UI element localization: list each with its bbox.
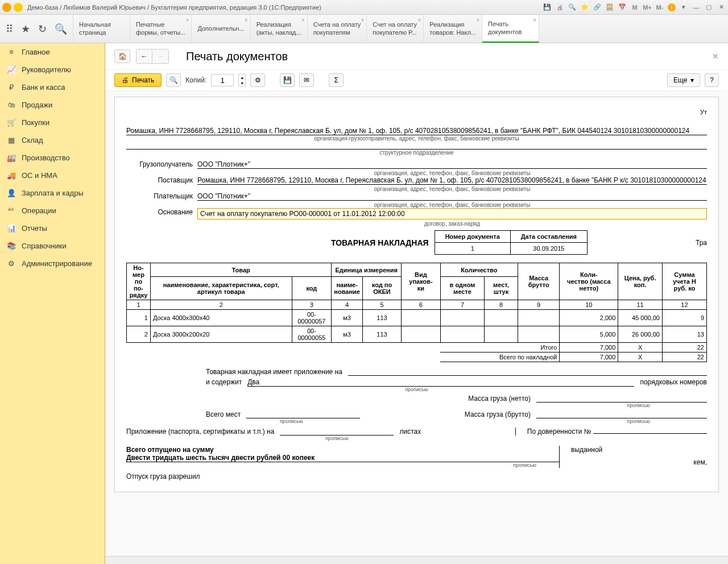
tab-7[interactable]: Печатьдокументов× (482, 15, 539, 43)
app-icon (2, 3, 11, 12)
sidebar-item-11[interactable]: 📚Справочники (0, 237, 105, 255)
help-button[interactable]: ? (705, 73, 719, 87)
tab-5[interactable]: Счет на оплатупокупателю Р...× (367, 15, 424, 43)
action-toolbar: 🖨 Печать 🔍 Копий: ▲▼ ⚙ 💾 ✉ Σ Еще ▾ ? (105, 69, 728, 91)
calc-icon[interactable]: 🧮 (605, 3, 614, 12)
close-icon[interactable]: ✕ (717, 3, 726, 12)
doc-title: ТОВАРНАЯ НАКЛАДНАЯ (331, 238, 429, 247)
th-price: Цена, руб. коп. (618, 263, 663, 300)
org-line: Ромашка, ИНН 7728668795, 129110, Москва … (126, 127, 707, 135)
th-name: наименование, характеристика, сорт, арти… (150, 277, 292, 300)
minimize-icon[interactable]: — (692, 3, 701, 12)
sidebar-icon: 📊 (7, 224, 16, 233)
sidebar-item-5[interactable]: ▦Склад (0, 131, 105, 149)
tab-3[interactable]: Реализация(акты, наклад...× (251, 15, 308, 43)
tab-close-icon[interactable]: × (186, 17, 189, 23)
history-icon[interactable]: ↻ (38, 23, 47, 35)
sum-button[interactable]: Σ (329, 73, 344, 87)
search-icon[interactable]: 🔍 (55, 23, 67, 35)
preview-button[interactable]: 🔍 (166, 73, 181, 87)
doc-number-table: Номер документаДата составления 130.09.2… (435, 230, 588, 255)
maximize-icon[interactable]: ▢ (704, 3, 713, 12)
print-icon[interactable]: 🖨 (555, 3, 564, 12)
tab-4[interactable]: Счета на оплатупокупателям× (308, 15, 367, 43)
sidebar-item-4[interactable]: 🛒Покупки (0, 114, 105, 131)
sidebar-item-9[interactable]: ᴬᵏОперации (0, 202, 105, 219)
titlebar: Демо-база / Любимов Валерий Юрьевич / Бу… (0, 0, 728, 15)
sidebar-item-10[interactable]: 📊Отчеты (0, 219, 105, 237)
save-button[interactable]: 💾 (280, 73, 295, 87)
sidebar-item-7[interactable]: 🚚ОС и НМА (0, 167, 105, 184)
basis-value[interactable]: Счет на оплату покупателю РО00-000001 от… (197, 208, 707, 219)
m-minus-button[interactable]: M- (655, 3, 664, 12)
sidebar-icon: 🏭 (7, 154, 16, 162)
sidebar-item-8[interactable]: 👤Зарплата и кадры (0, 184, 105, 202)
sidebar-item-3[interactable]: 🛍Продажи (0, 96, 105, 114)
m-button[interactable]: M (630, 3, 639, 12)
link-icon[interactable]: 🔗 (593, 3, 602, 12)
th-sum: Сумма учета Н руб. ко (662, 263, 706, 300)
tab-close-icon[interactable]: × (417, 17, 421, 23)
sidebar-icon: ᴬᵏ (7, 206, 16, 215)
nd-value-2: 30.09.2015 (510, 243, 587, 255)
save-icon[interactable]: 💾 (543, 3, 552, 12)
sidebar-item-0[interactable]: ≡Главное (0, 43, 105, 61)
calendar-icon[interactable]: 📅 (618, 3, 627, 12)
copies-input[interactable] (211, 74, 234, 86)
sidebar-label: Продажи (22, 101, 52, 109)
email-button[interactable]: ✉ (299, 73, 314, 87)
document-area[interactable]: Ут Ромашка, ИНН 7728668795, 129110, Моск… (105, 91, 728, 556)
copies-spinner[interactable]: ▲▼ (238, 74, 246, 86)
basis-help: договор, заказ-наряд (197, 221, 707, 227)
tab-0[interactable]: Начальнаястраница (73, 15, 130, 43)
tab-close-icon[interactable]: × (361, 17, 364, 23)
pay-help: организация, адрес, телефон, факс, банко… (197, 202, 707, 208)
tab-close-icon[interactable]: × (301, 17, 305, 23)
star-icon[interactable]: ⭐ (580, 3, 589, 12)
info-icon[interactable]: i (668, 3, 676, 11)
favorite-icon[interactable]: ★ (21, 23, 30, 35)
tab-close-icon[interactable]: × (245, 17, 248, 23)
dash-icon[interactable]: ▾ (679, 3, 688, 12)
col-num: 9 (518, 300, 560, 310)
forward-button[interactable]: → (152, 49, 168, 63)
settings-button[interactable]: ⚙ (250, 73, 265, 87)
printer-icon: 🖨 (122, 76, 129, 84)
m-plus-button[interactable]: M+ (643, 3, 652, 12)
total-sum: 22 (662, 353, 706, 362)
print-button[interactable]: 🖨 Печать (114, 73, 162, 87)
toolbar: ⠿ ★ ↻ 🔍 НачальнаястраницаПечатныеформы, … (0, 15, 728, 43)
sidebar-item-6[interactable]: 🏭Производство (0, 149, 105, 167)
sidebar-label: Банк и касса (22, 83, 65, 92)
apps-icon[interactable]: ⠿ (6, 23, 13, 35)
sidebar-item-2[interactable]: ₽Банк и касса (0, 78, 105, 96)
back-button[interactable]: ← (136, 49, 152, 63)
supplier-value: Ромашка, ИНН 7728668795, 129110, Москва … (197, 176, 707, 185)
home-button[interactable]: 🏠 (114, 49, 130, 63)
tab-6[interactable]: Реализациятоваров: Накл...× (424, 15, 482, 43)
col-num: 1 (127, 300, 151, 310)
sigma-icon: Σ (334, 76, 338, 84)
prop3: прописью (280, 418, 303, 424)
th-code: код (292, 277, 332, 300)
close-page-button[interactable]: ✕ (712, 52, 719, 61)
total-sum-label: Всего отпущено на сумму (126, 446, 559, 454)
print-label: Печать (132, 76, 154, 84)
th-num: Но- мер по по- рядку (127, 263, 151, 300)
tab-close-icon[interactable]: × (533, 17, 536, 23)
org-help: организация-грузоотправитель, адрес, тел… (126, 135, 707, 142)
sheets: листах (399, 428, 421, 436)
sidebar-item-12[interactable]: ⚙Администрирование (0, 255, 105, 272)
col-num: 12 (662, 300, 706, 310)
horizontal-scrollbar[interactable] (105, 556, 728, 564)
preview-icon[interactable]: 🔍 (568, 3, 577, 12)
tab-close-icon[interactable]: × (476, 17, 479, 23)
total-label: Всего по накладной (440, 353, 560, 362)
tab-1[interactable]: Печатныеформы, отчеты...× (130, 15, 192, 43)
th-goods: Товар (150, 263, 331, 277)
sidebar-item-1[interactable]: 📈Руководителю (0, 61, 105, 78)
more-button[interactable]: Еще ▾ (667, 73, 700, 87)
supplier-label: Поставщик (126, 176, 197, 185)
page-title: Печать документов (186, 50, 288, 63)
tab-2[interactable]: Дополнительн...× (192, 15, 250, 43)
